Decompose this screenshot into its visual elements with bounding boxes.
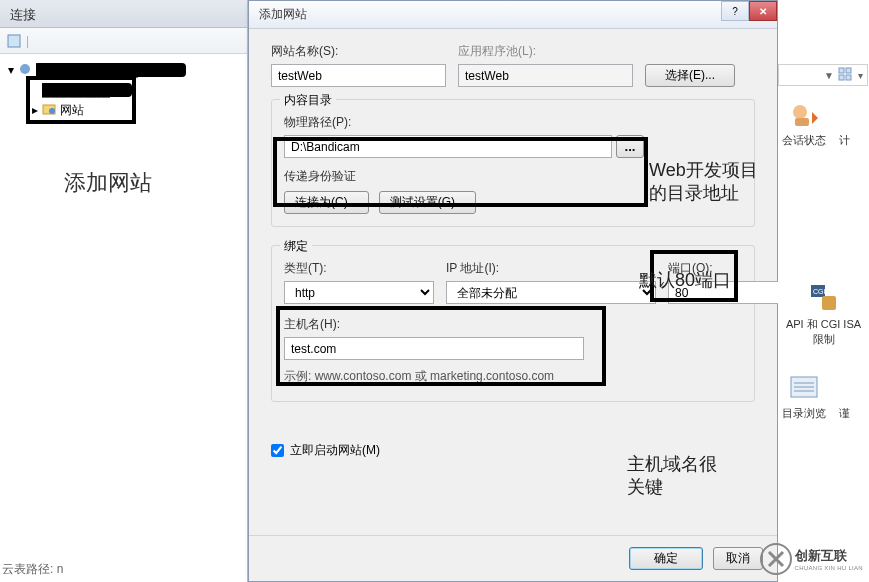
bottom-status-text: 云表路径: n — [2, 561, 63, 578]
svg-text:CGI: CGI — [813, 288, 826, 295]
annotation-port: 默认80端口 — [639, 269, 731, 292]
dialog-titlebar: 添加网站 ? ✕ — [249, 1, 777, 29]
server-icon — [18, 62, 32, 79]
svg-rect-13 — [822, 296, 836, 310]
partial-icon-2 — [828, 371, 860, 403]
server-name-redacted: ████████████ — [36, 63, 186, 77]
test-settings-button[interactable]: 测试设置(G)... — [379, 191, 476, 214]
left-panel-title: 连接 — [0, 0, 247, 28]
tree-sites[interactable]: ▸ 网站 — [4, 100, 243, 120]
feature-label: API 和 CGI ISA限制 — [782, 317, 865, 347]
start-now-checkbox[interactable] — [271, 444, 284, 457]
dialog-footer: 确定 取消 — [249, 535, 777, 581]
select-app-pool-button[interactable]: 选择(E)... — [645, 64, 735, 87]
tree-root[interactable]: ▾ ████████████ — [4, 60, 243, 80]
annotation-host: 主机域名很关键 — [627, 453, 727, 500]
site-name-input[interactable] — [271, 64, 446, 87]
svg-rect-4 — [839, 68, 844, 73]
add-website-dialog: 添加网站 ? ✕ 网站名称(S): 应用程序池(L): 选择(E)... 内容目… — [248, 0, 778, 582]
ok-button[interactable]: 确定 — [629, 547, 703, 570]
type-select[interactable]: http — [284, 281, 434, 304]
logo-text-cn: 创新互联 — [795, 547, 863, 565]
site-name-label: 网站名称(S): — [271, 43, 446, 60]
folder-icon — [42, 102, 56, 119]
feature-session-state[interactable]: 会话状态 — [782, 98, 826, 148]
svg-rect-5 — [846, 68, 851, 73]
expand-icon[interactable]: ▸ — [32, 103, 38, 117]
dropdown-icon[interactable]: ▼ — [824, 70, 834, 81]
start-now-label: 立即启动网站(M) — [290, 442, 380, 459]
right-view-toolbar[interactable]: ▼ ▾ — [778, 64, 868, 86]
svg-point-8 — [793, 105, 807, 119]
sites-label: 网站 — [60, 102, 84, 119]
feature-partial-1[interactable]: 计 — [828, 98, 860, 148]
browse-path-button[interactable]: ... — [616, 135, 644, 158]
feature-dir-browse[interactable]: 目录浏览 — [782, 371, 826, 421]
refresh-icon[interactable] — [6, 33, 22, 49]
partial-icon — [828, 98, 860, 130]
svg-rect-7 — [846, 75, 851, 80]
physical-path-label: 物理路径(P): — [284, 114, 644, 131]
svg-rect-9 — [795, 118, 809, 126]
svg-marker-10 — [812, 112, 818, 124]
host-label: 主机名(H): — [284, 316, 584, 333]
left-toolbar: | — [0, 28, 247, 54]
svg-point-1 — [20, 64, 30, 74]
right-feature-strip: ▼ ▾ 会话状态 计 CGI API 和 CGI ISA限制 — [778, 0, 869, 582]
help-button[interactable]: ? — [721, 1, 749, 21]
dialog-title: 添加网站 — [259, 6, 307, 23]
feature-partial-2[interactable]: 谨 — [828, 371, 860, 421]
app-pool-label: 应用程序池(L): — [458, 43, 633, 60]
connect-as-button[interactable]: 连接为(C)... — [284, 191, 369, 214]
feature-label: 目录浏览 — [782, 406, 826, 421]
tree-app-pools[interactable]: ▸ ████████ — [4, 80, 243, 100]
watermark-logo: 创新互联 CHUANG XIN HU LIAN — [759, 542, 863, 576]
annotation-add-site: 添加网站 — [64, 168, 152, 198]
grid-view-icon[interactable] — [838, 67, 854, 84]
svg-point-3 — [49, 108, 55, 114]
host-example: 示例: www.contoso.com 或 marketing.contoso.… — [284, 368, 742, 385]
ip-select[interactable]: 全部未分配 — [446, 281, 656, 304]
feature-isapi-cgi[interactable]: CGI API 和 CGI ISA限制 — [782, 282, 865, 347]
connections-tree[interactable]: ▾ ████████████ ▸ ████████ ▸ 网站 — [0, 54, 247, 126]
feature-label: 会话状态 — [782, 133, 826, 148]
expand-icon[interactable]: ▾ — [8, 63, 14, 77]
close-button[interactable]: ✕ — [749, 1, 777, 21]
app-pool-input — [458, 64, 633, 87]
feature-label: 计 — [839, 133, 850, 148]
cancel-button[interactable]: 取消 — [713, 547, 763, 570]
binding-group-title: 绑定 — [280, 238, 312, 255]
app-pool-redacted: ████████ — [42, 83, 132, 97]
physical-path-input[interactable] — [284, 135, 612, 158]
annotation-webdir: Web开发项目的目录地址 — [649, 159, 769, 206]
ip-label: IP 地址(I): — [446, 260, 656, 277]
content-group-title: 内容目录 — [280, 92, 336, 109]
session-state-icon — [788, 98, 820, 130]
dir-browse-icon — [788, 371, 820, 403]
type-label: 类型(T): — [284, 260, 434, 277]
isapi-cgi-icon: CGI — [808, 282, 840, 314]
svg-rect-6 — [839, 75, 844, 80]
left-connections-panel: 连接 | ▾ ████████████ ▸ ████████ ▸ 网站 添加网站 — [0, 0, 248, 582]
svg-rect-0 — [8, 35, 20, 47]
logo-text-en: CHUANG XIN HU LIAN — [795, 565, 863, 571]
host-input[interactable] — [284, 337, 584, 360]
feature-label: 谨 — [839, 406, 850, 421]
logo-icon — [759, 542, 793, 576]
